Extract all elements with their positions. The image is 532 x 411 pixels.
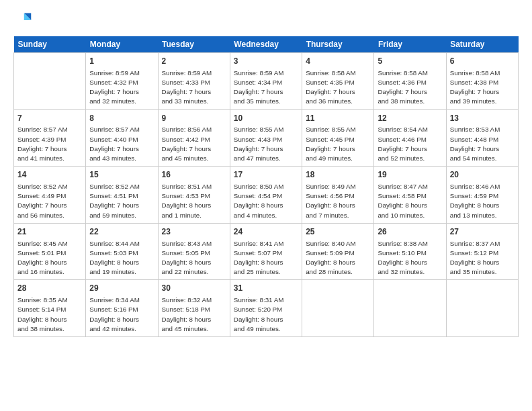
- day-cell: 1Sunrise: 8:59 AMSunset: 4:32 PMDaylight…: [86, 53, 158, 110]
- day-cell: 2Sunrise: 8:59 AMSunset: 4:33 PMDaylight…: [158, 53, 230, 110]
- col-header-tuesday: Tuesday: [158, 36, 230, 53]
- day-detail: Sunrise: 8:59 AMSunset: 4:34 PMDaylight:…: [234, 68, 298, 107]
- day-cell: 29Sunrise: 8:34 AMSunset: 5:16 PMDayligh…: [86, 280, 158, 337]
- day-detail: Sunrise: 8:46 AMSunset: 4:59 PMDaylight:…: [450, 182, 515, 220]
- day-cell: 18Sunrise: 8:49 AMSunset: 4:56 PMDayligh…: [302, 167, 374, 224]
- day-number: 14: [17, 169, 82, 181]
- day-number: 29: [89, 283, 154, 294]
- day-cell: [374, 280, 446, 337]
- day-detail: Sunrise: 8:58 AMSunset: 4:36 PMDaylight:…: [378, 68, 442, 107]
- day-number: 3: [234, 56, 298, 67]
- day-number: 11: [306, 113, 370, 124]
- day-cell: 11Sunrise: 8:55 AMSunset: 4:45 PMDayligh…: [302, 109, 374, 167]
- day-number: 13: [450, 113, 515, 124]
- week-row-3: 21Sunrise: 8:45 AMSunset: 5:01 PMDayligh…: [14, 223, 519, 280]
- day-detail: Sunrise: 8:45 AMSunset: 5:01 PMDaylight:…: [17, 239, 82, 277]
- col-header-saturday: Saturday: [446, 36, 518, 53]
- day-cell: 9Sunrise: 8:56 AMSunset: 4:42 PMDaylight…: [158, 109, 230, 167]
- week-row-4: 28Sunrise: 8:35 AMSunset: 5:14 PMDayligh…: [14, 280, 519, 337]
- day-cell: 26Sunrise: 8:38 AMSunset: 5:10 PMDayligh…: [374, 223, 446, 280]
- day-number: 4: [306, 56, 370, 67]
- day-detail: Sunrise: 8:57 AMSunset: 4:39 PMDaylight:…: [17, 125, 82, 163]
- day-cell: [14, 53, 86, 110]
- day-cell: [302, 280, 374, 337]
- day-number: 6: [450, 56, 515, 67]
- day-number: 12: [378, 113, 442, 124]
- day-detail: Sunrise: 8:38 AMSunset: 5:10 PMDaylight:…: [378, 239, 442, 277]
- day-detail: Sunrise: 8:52 AMSunset: 4:49 PMDaylight:…: [17, 182, 82, 220]
- day-cell: [446, 280, 518, 337]
- day-cell: 22Sunrise: 8:44 AMSunset: 5:03 PMDayligh…: [86, 223, 158, 280]
- day-number: 5: [378, 56, 442, 67]
- day-cell: 23Sunrise: 8:43 AMSunset: 5:05 PMDayligh…: [158, 223, 230, 280]
- day-number: 30: [162, 283, 226, 294]
- col-header-wednesday: Wednesday: [230, 36, 302, 53]
- col-header-thursday: Thursday: [302, 36, 374, 53]
- day-number: 27: [450, 226, 515, 238]
- day-detail: Sunrise: 8:40 AMSunset: 5:09 PMDaylight:…: [306, 239, 370, 277]
- logo: [13, 11, 35, 30]
- day-number: 22: [89, 226, 154, 238]
- day-number: 31: [234, 283, 298, 294]
- day-detail: Sunrise: 8:37 AMSunset: 5:12 PMDaylight:…: [450, 239, 515, 277]
- day-cell: 8Sunrise: 8:57 AMSunset: 4:40 PMDaylight…: [86, 109, 158, 167]
- day-cell: 5Sunrise: 8:58 AMSunset: 4:36 PMDaylight…: [374, 53, 446, 110]
- day-number: 2: [162, 56, 226, 67]
- day-cell: 15Sunrise: 8:52 AMSunset: 4:51 PMDayligh…: [86, 167, 158, 224]
- day-detail: Sunrise: 8:47 AMSunset: 4:58 PMDaylight:…: [378, 182, 442, 220]
- day-cell: 30Sunrise: 8:32 AMSunset: 5:18 PMDayligh…: [158, 280, 230, 337]
- logo-icon: [13, 11, 32, 30]
- col-header-friday: Friday: [374, 36, 446, 53]
- day-detail: Sunrise: 8:54 AMSunset: 4:46 PMDaylight:…: [378, 125, 442, 163]
- day-detail: Sunrise: 8:59 AMSunset: 4:32 PMDaylight:…: [89, 68, 154, 107]
- day-cell: 16Sunrise: 8:51 AMSunset: 4:53 PMDayligh…: [158, 167, 230, 224]
- day-number: 10: [234, 113, 298, 124]
- day-cell: 6Sunrise: 8:58 AMSunset: 4:38 PMDaylight…: [446, 53, 518, 110]
- day-cell: 31Sunrise: 8:31 AMSunset: 5:20 PMDayligh…: [230, 280, 302, 337]
- day-detail: Sunrise: 8:58 AMSunset: 4:38 PMDaylight:…: [450, 68, 515, 107]
- day-cell: 25Sunrise: 8:40 AMSunset: 5:09 PMDayligh…: [302, 223, 374, 280]
- day-detail: Sunrise: 8:58 AMSunset: 4:35 PMDaylight:…: [306, 68, 370, 107]
- col-header-sunday: Sunday: [14, 36, 86, 53]
- page: SundayMondayTuesdayWednesdayThursdayFrid…: [0, 0, 532, 411]
- day-cell: 21Sunrise: 8:45 AMSunset: 5:01 PMDayligh…: [14, 223, 86, 280]
- day-detail: Sunrise: 8:43 AMSunset: 5:05 PMDaylight:…: [162, 239, 226, 277]
- col-header-monday: Monday: [86, 36, 158, 53]
- day-number: 24: [234, 226, 298, 238]
- day-number: 26: [378, 226, 442, 238]
- day-number: 1: [89, 56, 154, 67]
- day-detail: Sunrise: 8:57 AMSunset: 4:40 PMDaylight:…: [89, 125, 154, 163]
- day-detail: Sunrise: 8:56 AMSunset: 4:42 PMDaylight:…: [162, 125, 226, 163]
- day-number: 25: [306, 226, 370, 238]
- day-number: 21: [17, 226, 82, 238]
- day-number: 17: [234, 169, 298, 181]
- day-detail: Sunrise: 8:55 AMSunset: 4:45 PMDaylight:…: [306, 125, 370, 163]
- header: [13, 11, 519, 30]
- day-detail: Sunrise: 8:49 AMSunset: 4:56 PMDaylight:…: [306, 182, 370, 220]
- day-detail: Sunrise: 8:41 AMSunset: 5:07 PMDaylight:…: [234, 239, 298, 277]
- header-row: SundayMondayTuesdayWednesdayThursdayFrid…: [14, 36, 519, 53]
- day-cell: 24Sunrise: 8:41 AMSunset: 5:07 PMDayligh…: [230, 223, 302, 280]
- day-detail: Sunrise: 8:31 AMSunset: 5:20 PMDaylight:…: [234, 295, 298, 334]
- day-cell: 13Sunrise: 8:53 AMSunset: 4:48 PMDayligh…: [446, 109, 518, 167]
- day-detail: Sunrise: 8:55 AMSunset: 4:43 PMDaylight:…: [234, 125, 298, 163]
- day-number: 15: [89, 169, 154, 181]
- day-detail: Sunrise: 8:32 AMSunset: 5:18 PMDaylight:…: [162, 295, 226, 334]
- day-number: 7: [17, 113, 82, 124]
- day-cell: 12Sunrise: 8:54 AMSunset: 4:46 PMDayligh…: [374, 109, 446, 167]
- day-detail: Sunrise: 8:44 AMSunset: 5:03 PMDaylight:…: [89, 239, 154, 277]
- day-cell: 20Sunrise: 8:46 AMSunset: 4:59 PMDayligh…: [446, 167, 518, 224]
- week-row-1: 7Sunrise: 8:57 AMSunset: 4:39 PMDaylight…: [14, 109, 519, 167]
- day-cell: 17Sunrise: 8:50 AMSunset: 4:54 PMDayligh…: [230, 167, 302, 224]
- day-cell: 19Sunrise: 8:47 AMSunset: 4:58 PMDayligh…: [374, 167, 446, 224]
- day-number: 8: [89, 113, 154, 124]
- day-detail: Sunrise: 8:59 AMSunset: 4:33 PMDaylight:…: [162, 68, 226, 107]
- day-detail: Sunrise: 8:52 AMSunset: 4:51 PMDaylight:…: [89, 182, 154, 220]
- day-number: 19: [378, 169, 442, 181]
- day-detail: Sunrise: 8:51 AMSunset: 4:53 PMDaylight:…: [162, 182, 226, 220]
- day-number: 23: [162, 226, 226, 238]
- week-row-2: 14Sunrise: 8:52 AMSunset: 4:49 PMDayligh…: [14, 167, 519, 224]
- day-detail: Sunrise: 8:34 AMSunset: 5:16 PMDaylight:…: [89, 295, 154, 334]
- day-number: 16: [162, 169, 226, 181]
- day-cell: 27Sunrise: 8:37 AMSunset: 5:12 PMDayligh…: [446, 223, 518, 280]
